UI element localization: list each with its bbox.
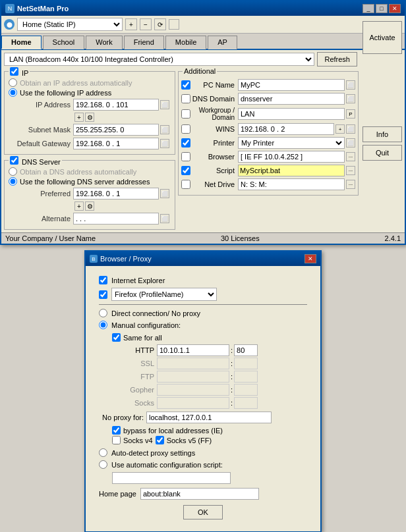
printer-checkbox[interactable]: [181, 138, 190, 147]
dns-radio-manual[interactable]: [9, 177, 17, 186]
auto-detect-radio[interactable]: [99, 448, 107, 457]
pcname-icon[interactable]: ⬜: [346, 80, 355, 90]
remove-profile-button[interactable]: −: [140, 18, 152, 30]
gopher-input[interactable]: [157, 384, 229, 396]
info-button[interactable]: Info: [362, 126, 402, 142]
left-panel: IP Obtain an IP address automatically Us…: [4, 71, 175, 230]
preferred-dns-icon[interactable]: ⬜: [160, 189, 169, 198]
wins-checkbox[interactable]: [181, 124, 190, 134]
pcname-checkbox[interactable]: [181, 80, 190, 90]
ftp-port[interactable]: [234, 371, 258, 383]
browser-dots-icon[interactable]: ···: [346, 152, 355, 161]
no-proxy-for-row: No proxy for:: [99, 412, 307, 423]
dns-add-button[interactable]: +: [74, 201, 84, 211]
ie-checkbox[interactable]: [99, 276, 107, 284]
ssl-input[interactable]: [157, 358, 229, 369]
browser-input[interactable]: [238, 151, 345, 163]
printer-icon[interactable]: ⬜: [346, 138, 355, 147]
socksv4-checkbox[interactable]: [112, 436, 121, 444]
socksv5-checkbox[interactable]: [156, 436, 164, 444]
netdrive-dots-icon[interactable]: ···: [346, 180, 355, 189]
http-input[interactable]: [157, 344, 229, 356]
ip-address-input[interactable]: [73, 99, 159, 111]
ok-button[interactable]: OK: [183, 505, 223, 519]
gopher-port[interactable]: [234, 384, 258, 396]
no-proxy-for-input[interactable]: [146, 412, 272, 423]
maximize-button[interactable]: □: [376, 4, 388, 13]
minimize-button[interactable]: _: [362, 4, 374, 13]
firefox-checkbox[interactable]: [99, 290, 107, 299]
tab-friend[interactable]: Friend: [124, 36, 164, 49]
ip-address-icon[interactable]: ⬜: [160, 100, 169, 109]
workgroup-checkbox[interactable]: [181, 109, 190, 119]
tab-work[interactable]: Work: [86, 36, 122, 49]
dns-gear-button[interactable]: ⚙: [85, 201, 94, 211]
workgroup-input[interactable]: [238, 108, 345, 120]
dialog-title: Browser / Proxy: [100, 255, 152, 263]
homepage-input[interactable]: [140, 488, 259, 500]
wins-input[interactable]: [238, 123, 334, 135]
lan-select[interactable]: LAN (Broadcom 440x 10/100 Integrated Con…: [4, 53, 314, 66]
auto-config-input[interactable]: [112, 472, 231, 484]
profile-select[interactable]: Home (Static IP): [17, 18, 123, 31]
pcname-input[interactable]: [238, 79, 345, 91]
ip-add-button[interactable]: +: [74, 113, 84, 122]
dns-checkbox[interactable]: [10, 156, 18, 165]
alternate-dns-input[interactable]: [73, 213, 159, 225]
socks-port[interactable]: [234, 397, 258, 409]
script-input[interactable]: [238, 165, 345, 176]
netdrive-checkbox[interactable]: [181, 180, 190, 189]
preferred-dns-input[interactable]: [73, 188, 159, 200]
add-profile-button[interactable]: +: [125, 18, 137, 30]
firefox-select[interactable]: Firefox (ProfileName): [111, 288, 217, 301]
no-proxy-radio[interactable]: [99, 309, 107, 317]
tab-mobile[interactable]: Mobile: [165, 36, 206, 49]
bypass-local-checkbox[interactable]: [112, 426, 121, 435]
dialog-close-button[interactable]: ✕: [304, 254, 316, 263]
subnet-mask-input[interactable]: [73, 124, 159, 136]
dnsdomain-checkbox[interactable]: [181, 94, 190, 103]
dns-section-title: DNS Server: [9, 156, 62, 166]
dnsdomain-input[interactable]: [238, 93, 345, 105]
alternate-dns-row: Alternate ⬜: [7, 213, 172, 225]
wins-plus-icon[interactable]: +: [335, 124, 345, 134]
netdrive-input[interactable]: [238, 178, 345, 190]
ftp-input[interactable]: [157, 371, 229, 383]
manual-proxy-radio[interactable]: [99, 321, 107, 329]
lan-bar: LAN (Broadcom 440x 10/100 Integrated Con…: [1, 50, 360, 68]
quit-button[interactable]: Quit: [362, 145, 402, 161]
workgroup-icon[interactable]: P: [346, 109, 355, 119]
copy-profile-button[interactable]: ⟳: [154, 18, 166, 30]
tab-ap[interactable]: AP: [208, 36, 237, 49]
title-bar: N NetSetMan Pro _ □ ✕: [1, 1, 405, 16]
dns-radio-auto[interactable]: [9, 167, 17, 176]
wins-edit-icon[interactable]: ⬜: [346, 124, 355, 134]
subnet-mask-row: Subnet Mask ⬜: [7, 124, 172, 136]
tab-home[interactable]: Home: [1, 36, 42, 49]
ssl-port[interactable]: [234, 358, 258, 369]
auto-config-radio[interactable]: [99, 460, 107, 469]
socks-input[interactable]: [157, 397, 229, 409]
script-checkbox[interactable]: [181, 166, 190, 175]
ip-checkbox[interactable]: [10, 67, 18, 76]
refresh-button[interactable]: Refresh: [317, 52, 357, 66]
default-gateway-icon[interactable]: ⬜: [160, 139, 169, 148]
activate-button[interactable]: Activate: [362, 21, 402, 54]
http-port[interactable]: [234, 344, 258, 356]
ip-radio-manual[interactable]: [9, 88, 17, 97]
browser-checkbox[interactable]: [181, 152, 190, 161]
socksv4-label: Socks v4: [123, 437, 153, 444]
alternate-dns-icon[interactable]: ⬜: [160, 214, 169, 223]
ip-radio-auto[interactable]: [9, 78, 17, 87]
ip-gear-button[interactable]: ⚙: [85, 113, 94, 122]
close-button[interactable]: ✕: [389, 4, 401, 13]
script-dots-icon[interactable]: ···: [346, 166, 355, 175]
dnsdomain-icon[interactable]: ⬜: [346, 94, 355, 103]
printer-select[interactable]: My Printer: [238, 137, 345, 149]
ssl-proxy-row: SSL :: [125, 358, 307, 369]
default-gateway-input[interactable]: [73, 138, 159, 149]
tab-school[interactable]: School: [43, 36, 85, 49]
tabs-bar: Home School Work Friend Mobile AP: [1, 34, 405, 50]
subnet-mask-icon[interactable]: ⬜: [160, 125, 169, 134]
same-for-all-checkbox[interactable]: [112, 333, 121, 342]
